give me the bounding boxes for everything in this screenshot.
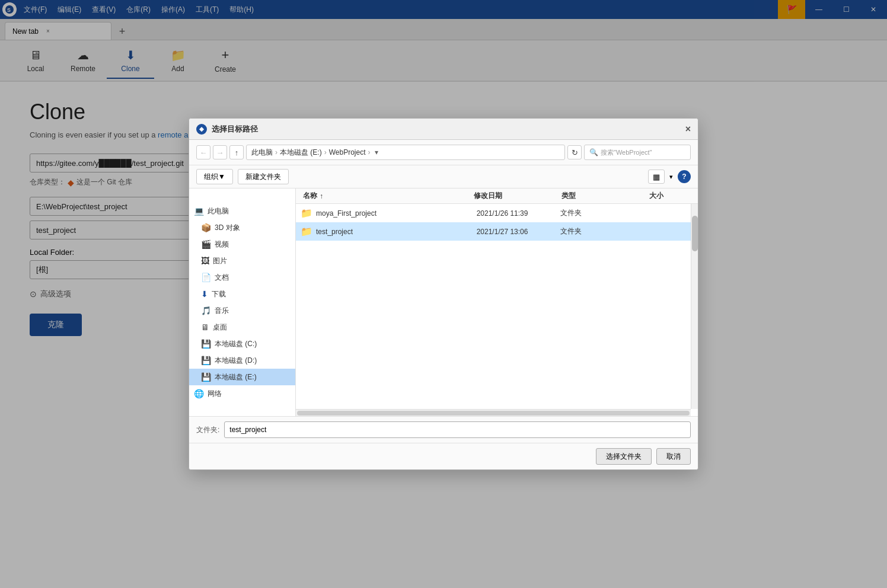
sidebar-item-computer[interactable]: 💻 此电脑 xyxy=(189,203,295,219)
refresh-button[interactable]: ↻ xyxy=(567,145,582,159)
documents-icon: 📄 xyxy=(201,273,211,282)
help-button[interactable]: ? xyxy=(678,170,691,183)
path-part-1: 本地磁盘 (E:) xyxy=(280,148,322,158)
search-box[interactable]: 🔍 搜索"WebProject" xyxy=(584,145,691,160)
file-date-0: 2021/1/26 11:39 xyxy=(474,209,558,218)
music-icon: 🎵 xyxy=(201,306,211,315)
view-dropdown-icon[interactable]: ▾ xyxy=(669,173,673,181)
up-button[interactable]: ↑ xyxy=(229,145,244,159)
dialog-address-bar: ← → ↑ 此电脑 › 本地磁盘 (E:) › WebProject › ▾ ↻… xyxy=(189,140,698,165)
3d-icon: 📦 xyxy=(201,223,211,232)
file-area: 名称 ↑ 修改日期 类型 大小 📁 moya_First_project 202… xyxy=(296,188,698,354)
pictures-icon: 🖼 xyxy=(201,256,209,266)
sidebar-label-documents: 文档 xyxy=(215,273,229,283)
dialog-overlay: ◆ 选择目标路径 × ← → ↑ 此电脑 › 本地磁盘 (E:) › WebPr… xyxy=(0,0,887,354)
sidebar-item-music[interactable]: 🎵 音乐 xyxy=(189,302,295,319)
path-part-2: WebProject xyxy=(329,148,366,156)
file-name-1: test_project xyxy=(316,228,474,236)
sidebar-label-desktop: 桌面 xyxy=(213,322,227,333)
col-header-type[interactable]: 类型 xyxy=(559,191,647,201)
path-dropdown-icon[interactable]: ▾ xyxy=(375,148,378,156)
view-icon-button[interactable]: ▦ xyxy=(648,170,665,184)
sidebar-label-music: 音乐 xyxy=(215,306,229,316)
new-folder-button[interactable]: 新建文件夹 xyxy=(238,169,289,184)
sidebar-label-pictures: 图片 xyxy=(213,256,227,266)
folder-icon-1: 📁 xyxy=(301,226,312,237)
sidebar-item-documents[interactable]: 📄 文档 xyxy=(189,269,295,286)
dialog-title: 选择目标路径 xyxy=(212,124,258,135)
computer-icon: 💻 xyxy=(194,206,204,216)
file-list: 📁 moya_First_project 2021/1/26 11:39 文件夹… xyxy=(296,204,691,354)
search-icon: 🔍 xyxy=(589,148,598,156)
sidebar-item-video[interactable]: 🎬 视频 xyxy=(189,236,295,253)
folder-icon-0: 📁 xyxy=(301,207,312,219)
sidebar-item-c[interactable]: 💾 本地磁盘 (C:) xyxy=(189,335,295,352)
back-button[interactable]: ← xyxy=(196,145,210,159)
video-icon: 🎬 xyxy=(201,239,211,249)
sidebar-item-desktop[interactable]: 🖥 桌面 xyxy=(189,319,295,335)
file-row-test[interactable]: 📁 test_project 2021/1/27 13:06 文件夹 xyxy=(296,222,691,241)
sidebar-label-3d: 3D 对象 xyxy=(215,223,240,233)
forward-button[interactable]: → xyxy=(213,145,227,159)
file-list-header: 名称 ↑ 修改日期 类型 大小 xyxy=(296,188,698,204)
file-date-1: 2021/1/27 13:06 xyxy=(474,228,558,236)
file-list-scrollbar[interactable] xyxy=(691,204,698,354)
dialog-titlebar: ◆ 选择目标路径 × xyxy=(189,119,698,140)
downloads-icon: ⬇ xyxy=(201,289,208,299)
sidebar-item-3d[interactable]: 📦 3D 对象 xyxy=(189,219,295,236)
address-path[interactable]: 此电脑 › 本地磁盘 (E:) › WebProject › ▾ xyxy=(246,145,565,160)
sidebar-label-computer: 此电脑 xyxy=(208,206,229,216)
col-header-date[interactable]: 修改日期 xyxy=(471,191,559,201)
dialog-body: 💻 此电脑 📦 3D 对象 🎬 视频 🖼 图片 📄 文档 xyxy=(189,188,698,354)
dialog-sidebar: 💻 此电脑 📦 3D 对象 🎬 视频 🖼 图片 📄 文档 xyxy=(189,188,296,354)
disk-c-icon: 💾 xyxy=(201,339,211,349)
dialog-title-icon: ◆ xyxy=(196,124,207,135)
file-name-0: moya_First_project xyxy=(316,209,474,218)
path-part-0: 此电脑 xyxy=(251,148,273,158)
desktop-icon: 🖥 xyxy=(201,322,209,332)
sidebar-item-downloads[interactable]: ⬇ 下载 xyxy=(189,286,295,302)
file-row-moya[interactable]: 📁 moya_First_project 2021/1/26 11:39 文件夹 xyxy=(296,204,691,222)
file-picker-dialog: ◆ 选择目标路径 × ← → ↑ 此电脑 › 本地磁盘 (E:) › WebPr… xyxy=(189,118,698,354)
dialog-toolbar: 组织▼ 新建文件夹 ▦ ▾ ? xyxy=(189,165,698,188)
sidebar-label-video: 视频 xyxy=(215,239,229,250)
file-type-1: 文件夹 xyxy=(558,226,642,237)
dialog-close-button[interactable]: × xyxy=(685,124,691,135)
sidebar-label-downloads: 下载 xyxy=(212,289,226,299)
search-placeholder: 搜索"WebProject" xyxy=(601,148,652,157)
scrollbar-thumb xyxy=(692,216,698,251)
sidebar-item-d[interactable]: 💾 本地磁盘 (D:) xyxy=(189,352,295,354)
col-header-name[interactable]: 名称 ↑ xyxy=(301,191,471,201)
col-header-size[interactable]: 大小 xyxy=(647,191,693,201)
sidebar-item-pictures[interactable]: 🖼 图片 xyxy=(189,253,295,269)
organize-button[interactable]: 组织▼ xyxy=(196,169,233,184)
file-type-0: 文件夹 xyxy=(558,208,642,218)
sidebar-label-c: 本地磁盘 (C:) xyxy=(215,339,257,349)
sort-arrow-icon: ↑ xyxy=(320,192,323,200)
